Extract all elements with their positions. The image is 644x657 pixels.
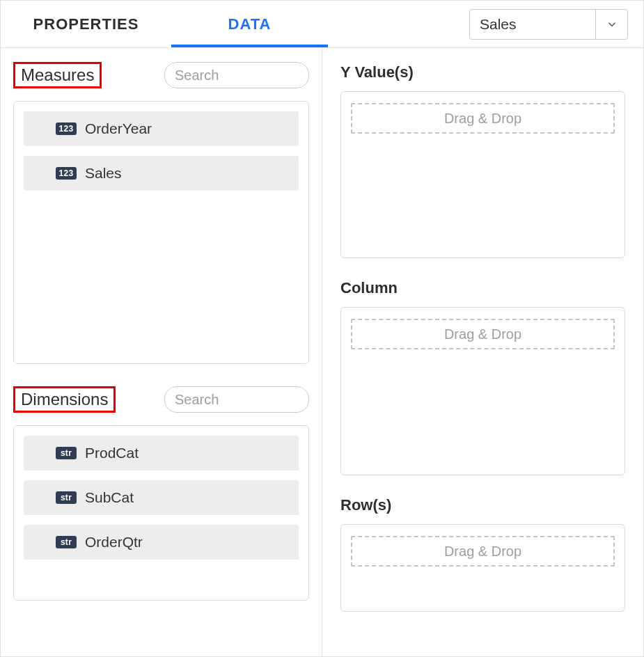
y-values-title: Y Value(s) [340, 63, 625, 81]
column-container: Drag & Drop [340, 307, 625, 475]
string-type-icon: str [56, 447, 77, 459]
measures-header: Measures [13, 62, 309, 88]
dimension-field-prodcat[interactable]: str ProdCat [24, 436, 299, 470]
tab-data[interactable]: DATA [171, 1, 328, 47]
field-label: OrderQtr [85, 534, 143, 551]
tabs: PROPERTIES DATA [1, 1, 328, 47]
datasource-selected: Sales [470, 16, 595, 33]
measures-title-highlight: Measures [13, 62, 102, 88]
dimension-field-orderqtr[interactable]: str OrderQtr [24, 525, 299, 560]
tab-properties[interactable]: PROPERTIES [1, 1, 171, 47]
column-dropzone[interactable]: Drag & Drop [351, 319, 615, 349]
measures-title: Measures [21, 65, 94, 84]
numeric-type-icon: 123 [56, 122, 77, 135]
string-type-icon: str [56, 536, 77, 548]
right-panel: Y Value(s) Drag & Drop Column Drag & Dro… [322, 48, 643, 656]
dimensions-header: Dimensions [13, 386, 309, 413]
main: Measures 123 OrderYear 123 Sales [1, 48, 643, 656]
header: PROPERTIES DATA Sales [1, 1, 643, 48]
numeric-type-icon: 123 [56, 167, 77, 180]
dimensions-search-box[interactable] [164, 386, 309, 413]
rows-title: Row(s) [340, 496, 625, 514]
y-values-container: Drag & Drop [340, 91, 625, 258]
left-panel: Measures 123 OrderYear 123 Sales [1, 48, 322, 656]
dimensions-title-highlight: Dimensions [13, 386, 116, 413]
rows-dropzone[interactable]: Drag & Drop [351, 536, 615, 567]
measures-search-box[interactable] [164, 62, 309, 88]
datasource-dropdown[interactable]: Sales [469, 9, 628, 40]
dimensions-title: Dimensions [21, 390, 108, 409]
field-label: OrderYear [85, 120, 152, 137]
dimension-field-subcat[interactable]: str SubCat [24, 480, 299, 515]
field-label: Sales [85, 165, 122, 182]
dimensions-list: str ProdCat str SubCat str OrderQtr [13, 425, 309, 601]
measure-field-orderyear[interactable]: 123 OrderYear [24, 111, 299, 146]
chevron-down-icon [595, 10, 627, 39]
rows-container: Drag & Drop [340, 524, 625, 612]
measure-field-sales[interactable]: 123 Sales [24, 156, 299, 191]
field-label: SubCat [85, 489, 134, 506]
column-title: Column [340, 279, 625, 297]
string-type-icon: str [56, 491, 77, 504]
field-label: ProdCat [85, 445, 139, 461]
y-values-dropzone[interactable]: Drag & Drop [351, 103, 615, 134]
measures-list: 123 OrderYear 123 Sales [13, 101, 309, 364]
